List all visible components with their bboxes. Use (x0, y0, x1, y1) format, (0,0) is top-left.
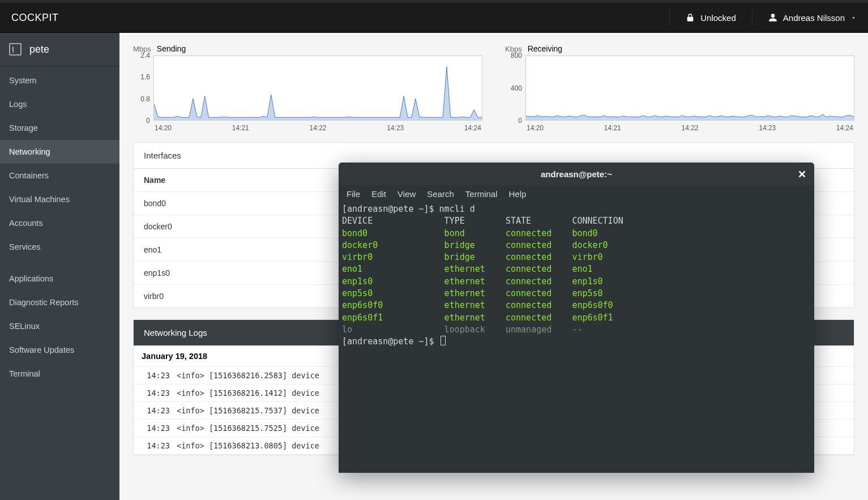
sidebar-item-networking[interactable]: Networking (0, 140, 119, 164)
chart-title: Receiving (528, 44, 562, 53)
chart-x-axis: 14:2014:2114:2214:2314:24 (525, 124, 854, 132)
app-header: COCKPIT Unlocked Andreas Nilsson (0, 3, 868, 33)
nav-list: SystemLogsStorageNetworkingContainersVir… (0, 66, 119, 386)
log-time: 14:23 (142, 441, 170, 450)
terminal-title: andreasn@pete:~ (541, 169, 612, 179)
charts-row: Mbps Sending 00.81.62.4 14:2014:2114:221… (133, 44, 854, 132)
sidebar-item-virtual-machines[interactable]: Virtual Machines (0, 187, 119, 211)
sidebar-item-logs[interactable]: Logs (0, 92, 119, 116)
log-message: <info> [1516368216.2583] device (177, 371, 319, 380)
sidebar: pete SystemLogsStorageNetworkingContaine… (0, 33, 119, 500)
terminal-body[interactable]: [andreasn@pete ~]$ nmcli dDEVICE TYPE ST… (339, 202, 814, 473)
terminal-menu-search[interactable]: Search (427, 189, 454, 199)
host-name: pete (29, 44, 49, 55)
terminal-menubar: FileEditViewSearchTerminalHelp (339, 185, 814, 202)
log-message: <info> [1516368215.7537] device (177, 406, 319, 415)
chart-y-axis: 00.81.62.4 (133, 55, 151, 121)
sidebar-item-diagnostic-reports[interactable]: Diagnostic Reports (0, 290, 119, 314)
log-time: 14:23 (142, 406, 170, 415)
log-time: 14:23 (142, 371, 170, 380)
header-right: Unlocked Andreas Nilsson (669, 9, 857, 26)
chart-x-axis: 14:2014:2114:2214:2314:24 (153, 124, 482, 132)
terminal-menu-file[interactable]: File (347, 189, 360, 199)
log-message: <info> [1516368216.1412] device (177, 388, 319, 398)
sidebar-item-system[interactable]: System (0, 69, 119, 92)
log-time: 14:23 (142, 388, 170, 398)
log-message: <info> [1516368213.0805] device (177, 441, 319, 450)
person-icon (768, 13, 777, 22)
chart-receiving: Kbps Receiving 0400800 14:2014:2114:2214… (505, 44, 854, 132)
terminal-menu-view[interactable]: View (397, 189, 416, 199)
privilege-toggle[interactable]: Unlocked (686, 13, 736, 23)
user-menu[interactable]: Andreas Nilsson (768, 13, 857, 23)
header-separator (669, 9, 670, 26)
terminal-window[interactable]: andreasn@pete:~ ✕ FileEditViewSearchTerm… (339, 163, 814, 473)
header-separator (752, 9, 752, 26)
lock-icon (686, 13, 695, 22)
log-message: <info> [1516368215.7525] device (177, 424, 319, 433)
user-name: Andreas Nilsson (783, 13, 845, 23)
sidebar-item-services[interactable]: Services (0, 235, 119, 259)
chart-title: Sending (157, 44, 186, 53)
terminal-menu-help[interactable]: Help (509, 189, 527, 199)
chevron-down-icon (850, 15, 857, 21)
chart-sending: Mbps Sending 00.81.62.4 14:2014:2114:221… (133, 44, 482, 132)
sidebar-item-selinux[interactable]: SELinux (0, 314, 119, 338)
lock-label: Unlocked (700, 13, 736, 23)
host-header[interactable]: pete (0, 33, 119, 66)
sidebar-item-storage[interactable]: Storage (0, 116, 119, 140)
terminal-titlebar[interactable]: andreasn@pete:~ ✕ (339, 163, 814, 185)
close-icon[interactable]: ✕ (798, 168, 806, 181)
sidebar-item-accounts[interactable]: Accounts (0, 211, 119, 235)
terminal-menu-edit[interactable]: Edit (371, 189, 386, 199)
chart-plot[interactable] (525, 55, 854, 121)
brand-logo[interactable]: COCKPIT (11, 12, 59, 24)
log-time: 14:23 (142, 424, 170, 433)
sidebar-item-containers[interactable]: Containers (0, 164, 119, 187)
sidebar-item-applications[interactable]: Applications (0, 267, 119, 290)
sidebar-item-software-updates[interactable]: Software Updates (0, 338, 119, 362)
server-icon (9, 43, 22, 55)
chart-plot[interactable] (153, 55, 482, 121)
terminal-menu-terminal[interactable]: Terminal (465, 189, 498, 199)
sidebar-item-terminal[interactable]: Terminal (0, 362, 119, 386)
chart-y-axis: 0400800 (505, 55, 523, 121)
